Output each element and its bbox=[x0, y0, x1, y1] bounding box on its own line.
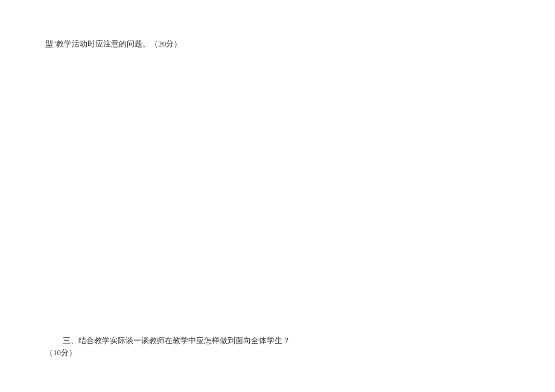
question-fragment-line: 型"教学活动时应注意的问题。（20分） bbox=[45, 38, 182, 51]
document-page: 型"教学活动时应注意的问题。（20分） 三、结合教学实际谈一谈教师在教学中应怎样… bbox=[0, 0, 555, 392]
question-three-points-line: （10分） bbox=[45, 347, 77, 359]
question-three-text: 三、结合教学实际谈一谈教师在教学中应怎样做到面向全体学生？ bbox=[63, 336, 290, 345]
question-fragment-text: 型"教学活动时应注意的问题。（20分） bbox=[45, 39, 182, 48]
question-three-points-text: （10分） bbox=[45, 348, 77, 357]
question-three-line: 三、结合教学实际谈一谈教师在教学中应怎样做到面向全体学生？ bbox=[63, 335, 290, 347]
